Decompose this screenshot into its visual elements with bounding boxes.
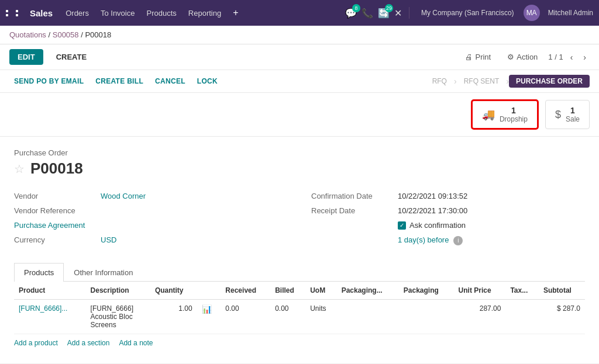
favorite-star-icon[interactable]: ☆ [14,162,25,176]
confirmation-date-label: Confirmation Date [311,192,393,200]
days-before-value: 1 day(s) before [398,235,449,244]
ask-confirmation-field: Ask confirmation [311,221,585,230]
info-icon[interactable]: i [453,236,463,245]
form-col-left: Vendor Wood Corner Vendor Reference Purc… [14,192,288,251]
tab-products[interactable]: Products [14,263,64,282]
nav-divider [409,7,409,19]
apps-menu-icon[interactable] [6,10,24,16]
create-button[interactable]: CREATE [48,49,95,65]
vendor-ref-field: Vendor Reference [14,206,288,215]
currency-field: Currency USD [14,235,288,244]
action-bar: SEND PO BY EMAIL CREATE BILL CANCEL LOCK… [0,70,599,93]
main-content: Purchase Order ☆ P00018 Vendor Wood Corn… [0,137,599,363]
col-unit-price: Unit Price [454,282,506,300]
lock-button[interactable]: LOCK [192,75,222,88]
nav-to-invoice[interactable]: To Invoice [96,6,140,20]
pager-prev[interactable]: ‹ [567,51,577,63]
pager-text: 1 / 1 [548,53,563,61]
phone-icon[interactable]: 📞 [362,8,373,19]
breadcrumb-s00058[interactable]: S00058 [53,30,79,39]
confirmation-date-value: 10/22/2021 09:13:52 [398,192,467,200]
vendor-ref-label: Vendor Reference [14,206,96,215]
days-before-field: 1 day(s) before i [311,235,585,245]
status-purchase-order: PURCHASE ORDER [509,75,590,88]
add-section-link[interactable]: Add a section [67,339,110,347]
status-rfq: RFQ [425,75,454,88]
user-name: Mitchell Admin [548,9,593,17]
chart-icon: 📊 [202,304,212,314]
status-rfq-sent: RFQ SENT [457,75,507,88]
vendor-field: Vendor Wood Corner [14,192,288,200]
pager-next[interactable]: › [580,51,590,63]
nav-products[interactable]: Products [142,6,181,20]
vendor-value[interactable]: Wood Corner [101,192,146,200]
cell-chart[interactable]: 📊 [197,299,221,334]
col-product: Product [14,282,86,300]
user-avatar[interactable]: MA [524,5,540,21]
add-row: Add a product Add a section Add a note [14,334,585,352]
ask-confirmation-row: Ask confirmation [398,221,466,230]
breadcrumb-current: P00018 [85,30,111,39]
col-billed: Billed [270,282,305,300]
col-description: Description [86,282,150,300]
dropship-button[interactable]: 🚚 1 Dropship [471,100,538,129]
toolbar: EDIT CREATE 🖨 Print ⚙ Action 1 / 1 ‹ › [0,44,599,70]
app-name: Sales [30,8,53,18]
document-number: P00018 [30,160,83,178]
action-button[interactable]: ⚙ Action [501,49,543,65]
close-icon[interactable]: ✕ [394,8,402,19]
confirmation-date-field: Confirmation Date 10/22/2021 09:13:52 [311,192,585,200]
col-tax: Tax... [505,282,539,300]
cancel-button[interactable]: CANCEL [150,75,190,88]
currency-value[interactable]: USD [101,235,116,244]
tab-other-information[interactable]: Other Information [64,263,143,282]
refresh-icon[interactable]: 🔄 29 [378,8,390,19]
currency-label: Currency [14,235,96,244]
products-table: Product Description Quantity Received Bi… [14,282,585,334]
table-row: [FURN_6666]... [FURN_6666]Acoustic BlocS… [14,299,585,334]
status-bar: RFQ › RFQ SENT › PURCHASE ORDER [425,75,590,88]
chat-icon[interactable]: 💬 8 [345,8,357,19]
cell-packaging [399,299,454,334]
print-button[interactable]: 🖨 Print [459,49,497,65]
cell-subtotal: $ 287.0 [539,299,585,334]
receipt-date-label: Receipt Date [311,206,393,215]
breadcrumb-quotations[interactable]: Quotations [9,30,46,39]
sale-button[interactable]: $ 1 Sale [545,100,590,129]
nav-reporting[interactable]: Reporting [184,6,226,20]
product-link[interactable]: [FURN_6666]... [19,304,67,313]
sale-info: 1 Sale [566,106,580,123]
ask-confirmation-checkbox[interactable] [398,221,406,230]
purchase-agreement-label: Purchase Agreement [14,221,96,230]
add-product-link[interactable]: Add a product [14,339,58,347]
company-name: My Company (San Francisco) [416,9,519,17]
col-subtotal: Subtotal [539,282,585,300]
table-header-row: Product Description Quantity Received Bi… [14,282,585,300]
edit-button[interactable]: EDIT [9,49,43,65]
dropship-info: 1 Dropship [500,106,528,123]
gear-icon: ⚙ [507,53,514,61]
create-bill-button[interactable]: CREATE BILL [91,75,148,88]
nav-orders[interactable]: Orders [61,6,94,20]
ask-confirmation-label: Ask confirmation [409,221,466,230]
cell-packaging-qty [337,299,399,334]
col-chart [197,282,221,300]
send-po-button[interactable]: SEND PO BY EMAIL [9,75,88,88]
pager: 1 / 1 ‹ › [548,51,590,63]
cell-received: 0.00 [221,299,270,334]
purchase-agreement-field: Purchase Agreement [14,221,288,230]
dollar-icon: $ [555,109,561,121]
refresh-badge: 29 [385,4,393,12]
smart-buttons: 🚚 1 Dropship $ 1 Sale [0,93,599,137]
cell-unit-price: 287.00 [454,299,506,334]
receipt-date-value: 10/22/2021 17:30:00 [398,206,467,215]
cell-uom: Units [305,299,336,334]
print-icon: 🖨 [465,53,473,61]
add-note-link[interactable]: Add a note [119,339,153,347]
col-quantity: Quantity [150,282,197,300]
breadcrumb: Quotations / S00058 / P00018 [0,26,599,44]
add-menu-button[interactable]: + [228,5,243,20]
col-uom: UoM [305,282,336,300]
cell-product: [FURN_6666]... [14,299,86,334]
col-received: Received [221,282,270,300]
